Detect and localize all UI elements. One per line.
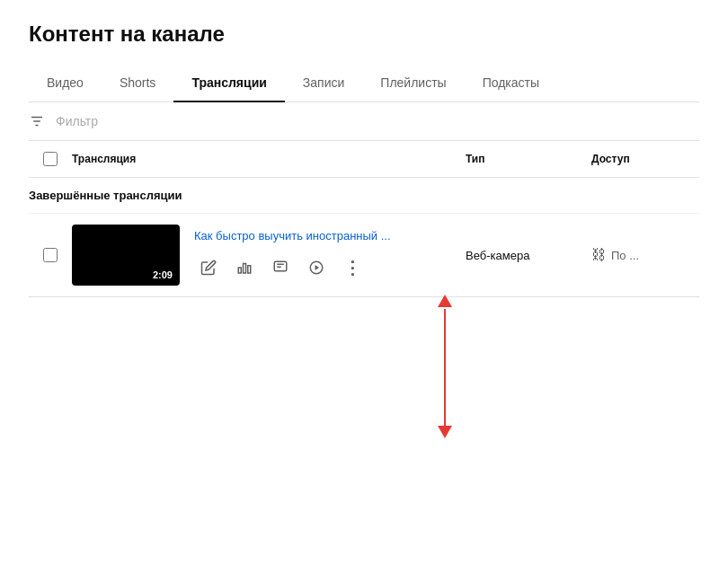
tab-streams[interactable]: Трансляции (173, 65, 284, 102)
tab-video[interactable]: Видео (29, 65, 102, 102)
play-icon (308, 260, 324, 276)
tab-shorts[interactable]: Shorts (102, 65, 173, 102)
more-options-button[interactable]: ⋮ (338, 253, 367, 282)
video-info: Как быстро выучить иностранный ... (180, 229, 466, 282)
link-icon: ⛓ (591, 247, 606, 263)
video-thumbnail: 2:09 (72, 225, 180, 286)
table-row: 2:09 Как быстро выучить иностранный ... (29, 214, 699, 297)
edit-icon (200, 260, 217, 276)
video-duration: 2:09 (149, 268, 176, 282)
video-title[interactable]: Как быстро выучить иностранный ... (194, 229, 446, 242)
arrow-annotation (438, 296, 452, 438)
arrow-line (444, 309, 446, 426)
analytics-button[interactable] (230, 253, 259, 282)
header-type-col: Тип (466, 153, 591, 165)
video-type: Веб-камера (466, 249, 591, 262)
header-title-col: Трансляция (72, 153, 466, 165)
table-header: Трансляция Тип Доступ (29, 141, 699, 178)
video-actions: ⋮ (194, 253, 451, 282)
page-title: Контент на канале (29, 22, 699, 47)
svg-rect-5 (248, 265, 251, 272)
header-checkbox-col (29, 152, 72, 166)
svg-rect-4 (244, 263, 246, 273)
video-access: ⛓ По ... (591, 247, 699, 263)
header-access-col: Доступ (591, 153, 699, 165)
tabs-container: Видео Shorts Трансляции Записи Плейлисты… (29, 65, 699, 102)
access-text: По ... (611, 249, 639, 262)
comments-icon (272, 260, 289, 276)
filter-icon (29, 113, 45, 129)
section-label: Завершённые трансляции (29, 178, 699, 214)
play-button[interactable] (302, 253, 331, 282)
svg-rect-3 (238, 268, 241, 273)
select-all-checkbox[interactable] (43, 152, 58, 166)
analytics-icon (236, 260, 253, 276)
table-container: Трансляция Тип Доступ Завершённые трансл… (29, 141, 699, 297)
comments-button[interactable] (266, 253, 295, 282)
row-checkbox[interactable] (43, 248, 58, 262)
svg-marker-10 (315, 265, 320, 270)
tab-podcasts[interactable]: Подкасты (465, 65, 557, 102)
tab-records[interactable]: Записи (285, 65, 362, 102)
tab-playlists[interactable]: Плейлисты (362, 65, 464, 102)
edit-button[interactable] (194, 253, 223, 282)
filter-label: Фильтр (56, 114, 98, 128)
row-checkbox-col (29, 248, 72, 262)
arrow-head-down (438, 426, 452, 438)
filter-bar: Фильтр (29, 102, 699, 141)
filter-svg (29, 113, 45, 129)
